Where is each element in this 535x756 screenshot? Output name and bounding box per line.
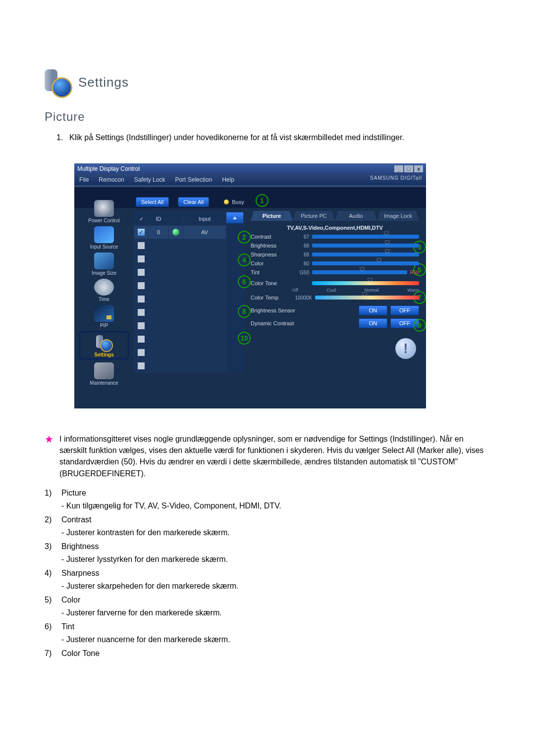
doc-title: Settings — [78, 75, 129, 90]
color-temp-slider[interactable] — [315, 296, 419, 300]
table-header-status — [169, 212, 183, 226]
callout-6: 6 — [238, 275, 251, 288]
select-all-button[interactable]: Select All — [136, 197, 169, 207]
callout-4: 4 — [238, 253, 251, 266]
dynamic-contrast-on-button[interactable]: ON — [359, 318, 387, 328]
table-header-check[interactable]: ✓ — [134, 212, 149, 226]
sidebar-item-time[interactable]: Time — [80, 279, 128, 302]
sidebar-item-image-size[interactable]: Image Size — [80, 252, 128, 276]
sidebar-item-maintenance[interactable]: Maintenance — [80, 362, 128, 386]
menu-help[interactable]: Help — [222, 176, 234, 183]
clear-all-button[interactable]: Clear All — [178, 197, 209, 207]
menu-remocon[interactable]: Remocon — [99, 176, 124, 183]
brand-label: SAMSUNG DIGITall — [370, 175, 422, 181]
callout-9: 9 — [413, 319, 426, 332]
note-3-desc: - Justerer lysstyrken for den markerede … — [61, 554, 228, 565]
sidebar-label-pip: PIP — [80, 323, 128, 328]
note-5-number: 5) — [45, 594, 56, 619]
info-icon: ! — [395, 338, 416, 359]
note-1-title: Picture — [61, 487, 281, 499]
window-title: Multiple Display Control — [77, 165, 140, 172]
sidebar-label-image: Image Size — [80, 270, 128, 276]
note-1-desc: - Kun tilgængelig for TV, AV, S-Video, C… — [61, 500, 281, 512]
contrast-value: 67 — [292, 234, 309, 240]
device-table: ✓ ID Input — [134, 212, 244, 373]
sidebar: Power Control Input Source Image Size Ti… — [77, 195, 131, 389]
sidebar-label-time: Time — [80, 297, 128, 302]
busy-label: Busy — [232, 199, 244, 205]
tab-image-lock[interactable]: Image Lock — [377, 211, 419, 221]
sharpness-slider[interactable] — [312, 252, 419, 256]
sidebar-label-power: Power Control — [80, 218, 128, 223]
note-2-title: Contrast — [61, 514, 230, 526]
sidebar-item-pip[interactable]: PIP — [80, 305, 128, 328]
menu-port-selection[interactable]: Port Selection — [175, 176, 212, 183]
callout-2: 2 — [238, 231, 251, 244]
tone-off: Off — [292, 288, 298, 293]
brightness-label: Brightness — [251, 243, 289, 249]
scroll-up-button[interactable] — [226, 212, 243, 223]
tint-label: Tint — [251, 269, 289, 275]
doc-settings-icon — [45, 69, 70, 95]
callout-10: 10 — [238, 332, 251, 345]
window-maximize-button[interactable]: □ — [404, 165, 413, 172]
note-3-title: Brightness — [61, 541, 228, 553]
tab-picture-pc[interactable]: Picture PC — [293, 211, 335, 221]
tint-slider[interactable] — [312, 270, 407, 274]
sharpness-value: 68 — [292, 252, 309, 257]
callout-1: 1 — [256, 194, 268, 207]
menu-safety-lock[interactable]: Safety Lock — [134, 176, 165, 183]
color-temp-value: 10000K — [292, 295, 312, 301]
callout-8: 8 — [238, 305, 251, 318]
note-3-number: 3) — [45, 541, 56, 565]
tab-picture[interactable]: Picture — [251, 211, 293, 221]
power-icon — [94, 200, 114, 217]
brightness-sensor-off-button[interactable]: OFF — [390, 305, 419, 315]
note-4-desc: - Justerer skarpeheden for den markerede… — [61, 580, 238, 592]
note-6-number: 6) — [45, 621, 56, 646]
step-1-text: Klik på Settings (Indstillinger) under h… — [69, 132, 404, 144]
maintenance-icon — [94, 362, 114, 379]
star-icon: ★ — [45, 434, 54, 479]
brightness-sensor-label: Brightness Sensor — [251, 307, 308, 313]
note-7-number: 7) — [45, 648, 56, 660]
note-5-desc: - Justerer farverne for den markerede sk… — [61, 607, 222, 619]
sidebar-label-input: Input Source — [80, 244, 128, 250]
tone-cool: Cool — [326, 288, 336, 293]
brightness-slider[interactable] — [312, 244, 419, 248]
input-types-label: TV,AV,S-Video,Component,HDMI,DTV — [251, 225, 419, 231]
menu-file[interactable]: File — [79, 176, 89, 183]
sidebar-item-settings[interactable]: Settings — [79, 331, 129, 359]
sidebar-label-maint: Maintenance — [80, 380, 128, 386]
window-close-button[interactable]: x — [414, 165, 423, 172]
table-header-id: ID — [149, 212, 169, 226]
clock-icon — [94, 279, 114, 296]
image-size-icon — [94, 252, 114, 269]
svg-marker-0 — [233, 216, 237, 219]
color-tone-slider[interactable] — [312, 281, 419, 285]
color-tone-label: Color Tone — [251, 280, 289, 286]
color-slider[interactable] — [312, 261, 419, 265]
window-minimize-button[interactable]: _ — [394, 165, 403, 172]
sidebar-label-settings: Settings — [80, 352, 128, 357]
note-6-title: Tint — [61, 621, 230, 633]
tint-value-left: G50 — [292, 270, 309, 275]
intro-note: I informationsgitteret vises nogle grund… — [59, 433, 490, 479]
tone-normal: Normal — [365, 288, 379, 293]
settings-icon — [94, 334, 114, 351]
input-source-icon — [94, 226, 114, 243]
note-6-desc: - Justerer nuancerne for den markerede s… — [61, 634, 230, 646]
note-1-number: 1) — [45, 487, 56, 512]
tab-audio[interactable]: Audio — [335, 211, 377, 221]
brightness-sensor-on-button[interactable]: ON — [359, 305, 387, 315]
app-window: Multiple Display Control _ □ x File Remo… — [74, 163, 426, 408]
color-value: 60 — [292, 261, 309, 266]
section-title: Picture — [45, 110, 490, 124]
contrast-slider[interactable] — [312, 235, 419, 239]
sidebar-item-input-source[interactable]: Input Source — [80, 226, 128, 250]
sidebar-item-power-control[interactable]: Power Control — [80, 200, 128, 223]
note-2-number: 2) — [45, 514, 56, 539]
pip-icon — [94, 305, 114, 322]
note-4-number: 4) — [45, 567, 56, 592]
note-7-title: Color Tone — [61, 648, 100, 659]
